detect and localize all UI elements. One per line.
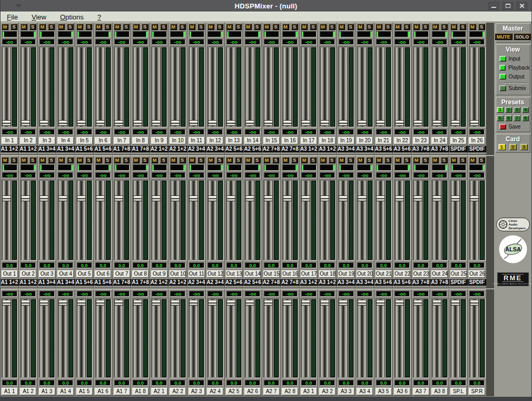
fader-handle[interactable] bbox=[358, 195, 367, 201]
pan-slider[interactable] bbox=[469, 164, 485, 171]
mute-button[interactable]: M bbox=[226, 24, 233, 30]
fader-handle[interactable] bbox=[245, 300, 254, 306]
solo-button[interactable]: S bbox=[67, 157, 74, 163]
fader-track[interactable] bbox=[320, 181, 329, 260]
channel-destination[interactable]: A1 3+4 bbox=[38, 279, 56, 286]
fader-track[interactable] bbox=[96, 181, 105, 260]
mute-button[interactable]: M bbox=[208, 157, 214, 163]
fader-handle[interactable] bbox=[171, 195, 180, 201]
pan-slider[interactable] bbox=[133, 31, 148, 37]
fader[interactable] bbox=[244, 46, 261, 128]
fader-track[interactable] bbox=[77, 299, 86, 377]
mute-button[interactable]: M bbox=[450, 24, 457, 30]
pan-slider[interactable] bbox=[451, 31, 466, 37]
channel-destination[interactable]: A3 7+8 bbox=[430, 145, 449, 152]
channel-destination[interactable]: A1 3+4 bbox=[38, 145, 56, 152]
fader[interactable] bbox=[357, 298, 373, 378]
channel-destination[interactable]: A2 7+8 bbox=[262, 145, 281, 152]
preset-1-button[interactable]: 1 bbox=[497, 107, 504, 113]
channel-destination[interactable]: A3 5+6 bbox=[375, 145, 393, 152]
channel-destination[interactable]: A2 1+2 bbox=[150, 279, 169, 286]
mute-button[interactable]: M bbox=[320, 157, 327, 163]
fader[interactable] bbox=[170, 180, 186, 261]
mute-button[interactable]: M bbox=[114, 24, 121, 30]
mute-button[interactable]: M bbox=[432, 24, 439, 30]
fader-handle[interactable] bbox=[189, 300, 198, 306]
mute-button[interactable]: M bbox=[376, 24, 382, 30]
fader-track[interactable] bbox=[208, 47, 217, 126]
pan-slider[interactable] bbox=[264, 164, 279, 171]
solo-button[interactable]: S bbox=[366, 157, 373, 163]
fader[interactable] bbox=[450, 298, 467, 378]
view-output-button[interactable]: Output bbox=[496, 72, 530, 81]
fader-track[interactable] bbox=[189, 299, 198, 377]
fader-handle[interactable] bbox=[451, 195, 460, 201]
fader-handle[interactable] bbox=[58, 300, 67, 306]
fader-handle[interactable] bbox=[376, 300, 385, 306]
mute-button[interactable]: M bbox=[189, 157, 195, 163]
mute-button[interactable]: M bbox=[245, 157, 252, 163]
solo-button[interactable]: S bbox=[85, 24, 92, 30]
fader-handle[interactable] bbox=[77, 120, 86, 126]
fader-handle[interactable] bbox=[301, 300, 310, 306]
pan-slider[interactable] bbox=[395, 31, 410, 37]
fader[interactable] bbox=[1, 180, 18, 261]
solo-button[interactable]: S bbox=[459, 157, 466, 163]
pan-slider[interactable] bbox=[432, 164, 447, 171]
fader[interactable] bbox=[282, 298, 299, 378]
card-2-button[interactable]: 2 bbox=[509, 144, 517, 150]
channel-destination[interactable]: A2 3+4 bbox=[188, 145, 206, 152]
mute-button[interactable]: M bbox=[170, 157, 177, 163]
pan-slider[interactable] bbox=[451, 164, 466, 171]
mute-button[interactable]: M bbox=[301, 157, 308, 163]
channel-destination[interactable]: A3 5+6 bbox=[375, 279, 393, 286]
fader-track[interactable] bbox=[96, 47, 105, 126]
preset-3-button[interactable]: 3 bbox=[514, 107, 520, 113]
fader-handle[interactable] bbox=[133, 195, 142, 201]
fader-handle[interactable] bbox=[283, 120, 292, 126]
fader-handle[interactable] bbox=[395, 195, 404, 201]
fader-handle[interactable] bbox=[171, 300, 180, 306]
fader-track[interactable] bbox=[358, 299, 367, 377]
solo-button[interactable]: S bbox=[347, 24, 354, 30]
channel-destination[interactable]: A3 1+2 bbox=[318, 279, 337, 286]
fader-track[interactable] bbox=[226, 47, 235, 126]
fader-handle[interactable] bbox=[376, 120, 385, 126]
fader[interactable] bbox=[338, 180, 354, 261]
pan-slider[interactable] bbox=[264, 31, 279, 37]
solo-button[interactable]: S bbox=[272, 24, 279, 30]
fader-track[interactable] bbox=[301, 299, 310, 377]
channel-destination[interactable]: A1 1+2 bbox=[1, 279, 19, 286]
pan-slider[interactable] bbox=[376, 31, 391, 37]
mute-button[interactable]: M bbox=[432, 157, 439, 163]
solo-button[interactable]: S bbox=[29, 157, 36, 163]
fader[interactable] bbox=[244, 298, 261, 378]
fader[interactable] bbox=[469, 46, 486, 128]
fader[interactable] bbox=[132, 180, 149, 261]
fader-handle[interactable] bbox=[58, 120, 67, 126]
fader[interactable] bbox=[95, 46, 112, 128]
mute-button[interactable]: M bbox=[338, 24, 345, 30]
fader[interactable] bbox=[282, 46, 299, 128]
fader[interactable] bbox=[57, 298, 74, 378]
fader-track[interactable] bbox=[413, 47, 422, 126]
mute-button[interactable]: M bbox=[357, 24, 364, 30]
fader-track[interactable] bbox=[114, 181, 123, 260]
pan-slider[interactable] bbox=[208, 164, 223, 171]
fader[interactable] bbox=[450, 180, 467, 261]
fader-track[interactable] bbox=[21, 299, 30, 377]
pan-slider[interactable] bbox=[301, 31, 317, 37]
fader[interactable] bbox=[412, 298, 429, 378]
preset-8-button[interactable]: 8 bbox=[522, 115, 529, 121]
channel-destination[interactable]: A3 5+6 bbox=[393, 145, 411, 152]
solo-button[interactable]: S bbox=[422, 157, 429, 163]
channel-destination[interactable]: A1 5+6 bbox=[94, 279, 112, 286]
fader-track[interactable] bbox=[58, 181, 67, 260]
fader-track[interactable] bbox=[395, 47, 404, 126]
pan-slider[interactable] bbox=[40, 164, 55, 171]
card-3-button[interactable]: 3 bbox=[520, 144, 528, 150]
fader-track[interactable] bbox=[339, 47, 348, 126]
fader-handle[interactable] bbox=[320, 195, 329, 201]
fader-track[interactable] bbox=[114, 299, 123, 377]
mute-button[interactable]: M bbox=[39, 157, 46, 163]
